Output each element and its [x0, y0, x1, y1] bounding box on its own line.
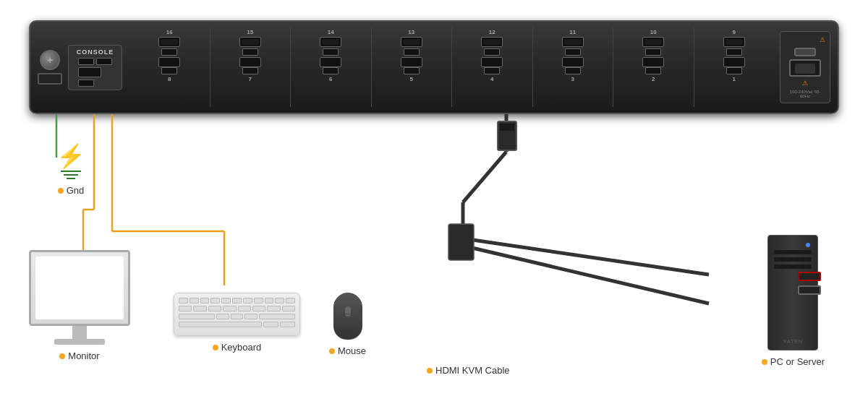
port-hdmi-10-bot: [642, 57, 664, 67]
ground-line-2: [64, 174, 78, 176]
port-hdmi-15-top: [239, 37, 261, 47]
port-usb-11-bot: [565, 67, 581, 74]
pc-dot: [762, 359, 767, 365]
port-hdmi-12-bot: [481, 57, 503, 67]
port-group-13: 13 5: [372, 27, 453, 107]
port-usb-16-top: [161, 48, 177, 56]
console-hdmi: [78, 67, 101, 77]
port-hdmi-11-top: [562, 37, 584, 47]
monitor-container: Monitor: [29, 250, 130, 361]
pc-tower: YATEN: [767, 235, 818, 350]
keyboard-keys: [179, 298, 295, 327]
port-hdmi-16-top: [158, 37, 180, 47]
power-socket: [789, 59, 821, 77]
ground-dot: [58, 188, 64, 194]
port-usb-14-bot: [323, 67, 339, 74]
voltage-label: 100-240Vac 50-60Hz: [785, 90, 825, 98]
port-usb-15-bot: [242, 67, 258, 74]
svg-line-8: [463, 152, 506, 202]
port-usb-12-bot: [484, 67, 500, 74]
port-hdmi-15-bot: [239, 57, 261, 67]
pc-front-detail: [774, 250, 812, 269]
mouse-label: Mouse: [329, 345, 366, 356]
pc-label: PC or Server: [762, 356, 825, 367]
port-group-16: 16 8: [129, 27, 210, 107]
pc-back-ports: [798, 272, 821, 295]
keyboard-dot: [213, 345, 218, 350]
mouse-divider: [334, 314, 362, 314]
power-panel: ⚠ ⚠ 100-240Vac 50-60Hz: [780, 31, 830, 103]
monitor-dot: [59, 353, 65, 359]
svg-rect-13: [498, 121, 516, 150]
keyboard-label: Keyboard: [213, 342, 262, 353]
warning-icon: ⚠: [820, 36, 825, 43]
monitor-screen-inner: [35, 257, 124, 319]
port-hdmi-13-bot: [401, 57, 422, 67]
svg-rect-12: [448, 224, 474, 260]
keyboard-body: [174, 293, 300, 336]
port-usb-12-top: [484, 48, 500, 56]
key-row-1: [179, 298, 295, 304]
console-ports: [78, 58, 112, 87]
port-usb-10-bot: [645, 67, 661, 74]
port-group-11: 11 3: [533, 27, 614, 107]
port-group-10: 10 2: [613, 27, 694, 107]
port-usb-9-top: [726, 48, 742, 56]
key-row-4: [179, 322, 295, 327]
mouse-body: [333, 293, 362, 340]
monitor-label: Monitor: [59, 350, 99, 361]
port-hdmi-9-bot: [723, 57, 745, 67]
port-usb-14-top: [323, 48, 339, 56]
monitor-neck: [72, 326, 87, 339]
key-row-2: [179, 306, 295, 311]
port-usb-13-top: [404, 48, 420, 56]
pc-led: [806, 243, 810, 247]
port-usb-16-bot: [161, 67, 177, 74]
ground-line-3: [67, 178, 75, 179]
port-groups: 16 8 15 7 14 6 13: [129, 22, 774, 113]
hdmi-cable-label: HDMI KVM Cable: [427, 365, 510, 376]
pc-container: YATEN PC or Server: [762, 235, 825, 367]
console-usb-2: [96, 58, 112, 65]
kvm-switch: CONSOLE 16 8 15 7: [29, 20, 839, 114]
svg-rect-14: [500, 124, 514, 131]
ground-symbol: ⚡ Gnd: [56, 145, 85, 196]
port-hdmi-11-bot: [562, 57, 584, 67]
port-usb-13-bot: [404, 67, 420, 74]
warning-icon-2: ⚠: [802, 79, 808, 87]
port-group-12: 12 4: [452, 27, 533, 107]
port-hdmi-9-top: [723, 37, 745, 47]
console-usb-1: [78, 58, 94, 65]
port-hdmi-16-bot: [158, 57, 180, 67]
screw-button: [40, 50, 60, 70]
ground-label: Gnd: [58, 185, 85, 196]
mouse-container: Mouse: [329, 293, 366, 356]
port-usb-11-top: [565, 48, 581, 56]
port-hdmi-10-top: [642, 37, 664, 47]
mouse-scroll-wheel: [345, 306, 351, 317]
port-hdmi-14-bot: [320, 57, 341, 67]
console-usb-3: [78, 79, 94, 87]
console-label: CONSOLE: [77, 48, 114, 56]
main-hdmi-port: [38, 73, 62, 85]
port-hdmi-13-top: [401, 37, 422, 47]
port-group-9: 9 1: [694, 27, 775, 107]
svg-line-10: [463, 238, 709, 275]
port-usb-9-bot: [726, 67, 742, 74]
monitor-screen: [29, 250, 130, 326]
pc-brand: YATEN: [768, 339, 817, 344]
port-hdmi-12-top: [481, 37, 503, 47]
port-hdmi-14-top: [320, 37, 341, 47]
pc-port-hdmi-1: [798, 272, 821, 281]
ground-line-1: [61, 171, 81, 172]
port-usb-15-top: [242, 48, 258, 56]
port-group-14: 14 6: [291, 27, 372, 107]
port-usb-10-top: [645, 48, 661, 56]
kvm-left-panel: [38, 50, 62, 85]
key-row-3: [179, 314, 295, 319]
power-switch[interactable]: [794, 48, 816, 56]
monitor-base: [54, 339, 105, 345]
hdmi-cable-dot: [427, 368, 433, 374]
mouse-dot: [329, 348, 335, 354]
ground-lines: [61, 171, 81, 179]
